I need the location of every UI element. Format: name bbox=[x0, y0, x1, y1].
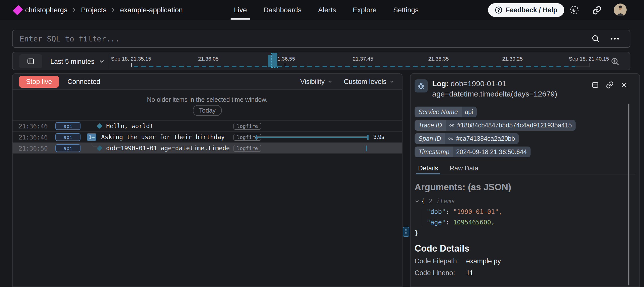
split-view-icon[interactable] bbox=[591, 81, 599, 89]
panel-left-icon bbox=[27, 57, 35, 65]
zoom-in-icon[interactable] bbox=[610, 57, 620, 66]
sidebar-toggle-button[interactable] bbox=[19, 54, 42, 68]
attribute-badges: Service Name api Trace ID #18b84cb4847b5… bbox=[415, 107, 576, 157]
json-key: "age" bbox=[427, 217, 446, 228]
logfire-logo-icon[interactable] bbox=[13, 5, 23, 15]
custom-levels-dropdown[interactable]: Custom levels bbox=[344, 78, 395, 86]
timeline-bar: Last 5 minutes Sep 18, 21:35:15 21:36:05… bbox=[12, 52, 630, 70]
log-rows: 21:36:46 api Hello, world! logfire 21:36… bbox=[13, 120, 402, 154]
tab-alerts[interactable]: Alerts bbox=[318, 0, 336, 20]
badge-label: Timestamp bbox=[415, 147, 453, 157]
json-key: "dob" bbox=[427, 207, 446, 217]
json-indent-guide bbox=[421, 208, 421, 227]
code-details-heading: Code Details bbox=[415, 243, 469, 254]
collapse-caret-icon[interactable] bbox=[415, 199, 420, 204]
detail-title-prefix: Log: bbox=[432, 79, 449, 88]
json-close-brace: } bbox=[415, 228, 418, 238]
breadcrumb: christophergs Projects example-applicati… bbox=[25, 0, 183, 20]
sql-filter-input[interactable] bbox=[13, 30, 591, 47]
live-panel-header: Stop live Connected Visibility Custom le… bbox=[13, 74, 402, 90]
today-button[interactable]: Today bbox=[193, 105, 222, 116]
detail-tabs: Details Raw Data bbox=[415, 162, 635, 174]
breadcrumb-projects[interactable]: Projects bbox=[81, 6, 106, 14]
badge-value: #18b84cb4847b5d574c4ad9121935a415 bbox=[457, 122, 572, 129]
service-badge: api bbox=[55, 122, 80, 130]
bug-icon bbox=[417, 82, 425, 90]
details-panel: Log: dob=1990-01-01 age=datetime.timedel… bbox=[410, 73, 640, 287]
timeline-baseline bbox=[134, 66, 575, 67]
time-range-label: Last 5 minutes bbox=[50, 58, 95, 66]
tab-details[interactable]: Details bbox=[418, 162, 438, 174]
chevron-down-icon bbox=[389, 79, 395, 85]
log-timestamp: 21:36:50 bbox=[19, 145, 48, 152]
timeline-tick-label: 21:38:35 bbox=[428, 56, 449, 62]
timeline-end-marker bbox=[575, 67, 589, 67]
collapse-children-toggle[interactable]: 1– bbox=[87, 133, 96, 141]
log-timestamp: 21:36:46 bbox=[19, 134, 48, 141]
visibility-dropdown[interactable]: Visibility bbox=[300, 78, 333, 86]
timeline-tick-label: 21:37:45 bbox=[353, 56, 373, 62]
arguments-json: {2 items "dob": "1990-01-01", "age": 109… bbox=[415, 196, 502, 238]
question-circle-icon bbox=[495, 6, 502, 14]
feedback-help-label: Feedback / Help bbox=[506, 6, 557, 14]
span-duration-label: 3.9s bbox=[373, 134, 384, 140]
json-open-brace: { bbox=[421, 196, 425, 207]
badge-label: Span ID bbox=[415, 133, 445, 144]
histogram-selection-window[interactable] bbox=[271, 53, 278, 68]
more-options-icon[interactable] bbox=[610, 37, 620, 40]
custom-levels-label: Custom levels bbox=[344, 78, 386, 86]
top-nav: christophergs Projects example-applicati… bbox=[0, 0, 644, 20]
log-row-selected[interactable]: 21:36:50 api dob=1990-01-01 age=datetime… bbox=[13, 143, 402, 154]
timestamp-badge: Timestamp 2024-09-18 21:36:50.644 bbox=[415, 147, 531, 157]
log-diamond-icon bbox=[97, 123, 102, 129]
badge-value: 2024-09-18 21:36:50.644 bbox=[453, 147, 531, 157]
time-range-dropdown[interactable]: Last 5 minutes bbox=[50, 52, 105, 71]
breadcrumb-org[interactable]: christophergs bbox=[25, 6, 67, 14]
log-timestamp: 21:36:46 bbox=[19, 123, 48, 130]
tab-raw-data[interactable]: Raw Data bbox=[450, 162, 478, 174]
debug-level-tile bbox=[415, 79, 428, 92]
tab-live[interactable]: Live bbox=[234, 0, 247, 20]
tab-explore[interactable]: Explore bbox=[353, 0, 377, 20]
breadcrumb-project-name[interactable]: example-application bbox=[120, 6, 183, 14]
span-link-icon[interactable] bbox=[448, 136, 454, 142]
logfire-tag: logfire bbox=[233, 145, 261, 152]
close-icon[interactable] bbox=[620, 81, 628, 89]
json-string-value: "1990-01-01", bbox=[453, 207, 502, 217]
arguments-heading: Arguments: (as JSON) bbox=[415, 182, 511, 193]
share-link-icon[interactable] bbox=[592, 6, 602, 15]
tree-connector bbox=[92, 143, 97, 147]
theme-toggle-icon[interactable] bbox=[569, 5, 580, 15]
panel-resize-handle[interactable] bbox=[403, 227, 409, 237]
log-message: Hello, world! bbox=[106, 123, 153, 130]
log-message: Asking the user for their birthday bbox=[101, 134, 225, 141]
trace-link-icon[interactable] bbox=[449, 122, 455, 128]
user-avatar[interactable] bbox=[614, 4, 627, 16]
live-log-panel: Stop live Connected Visibility Custom le… bbox=[12, 73, 403, 287]
feedback-help-button[interactable]: Feedback / Help bbox=[488, 3, 564, 17]
search-icon[interactable] bbox=[591, 34, 600, 43]
detail-title-text: dob=1990-01-01 age=datetime.timedelta(da… bbox=[432, 79, 557, 98]
tab-dashboards[interactable]: Dashboards bbox=[263, 0, 301, 20]
log-row[interactable]: 21:36:46 api 1– Asking the user for thei… bbox=[13, 132, 402, 143]
sql-filter-bar bbox=[12, 30, 630, 48]
chevron-down-icon bbox=[99, 58, 105, 65]
tab-settings[interactable]: Settings bbox=[393, 0, 419, 20]
visibility-label: Visibility bbox=[300, 78, 325, 86]
log-row[interactable]: 21:36:46 api Hello, world! logfire bbox=[13, 121, 402, 132]
logfire-tag: logfire bbox=[233, 123, 261, 130]
chevron-down-icon bbox=[327, 79, 333, 85]
trace-id-badge: Trace ID #18b84cb4847b5d574c4ad9121935a4… bbox=[415, 120, 576, 131]
code-details-rows: Code Filepath: example.py Code Lineno: 1… bbox=[415, 257, 501, 277]
copy-link-icon[interactable] bbox=[606, 81, 614, 89]
timeline-tick-label: 21:36:05 bbox=[198, 56, 219, 62]
timeline-divider bbox=[109, 54, 109, 69]
empty-window-message: No older items in the selected time wind… bbox=[13, 96, 402, 103]
service-badge: api bbox=[55, 133, 80, 141]
details-scrollbar[interactable] bbox=[628, 104, 629, 285]
stop-live-button[interactable]: Stop live bbox=[19, 76, 59, 88]
service-badge: api bbox=[55, 144, 80, 152]
json-colon: : bbox=[446, 207, 453, 217]
log-time-marker bbox=[366, 146, 367, 151]
span-id-badge: Span ID #ca741384ca2a20bb bbox=[415, 133, 519, 144]
